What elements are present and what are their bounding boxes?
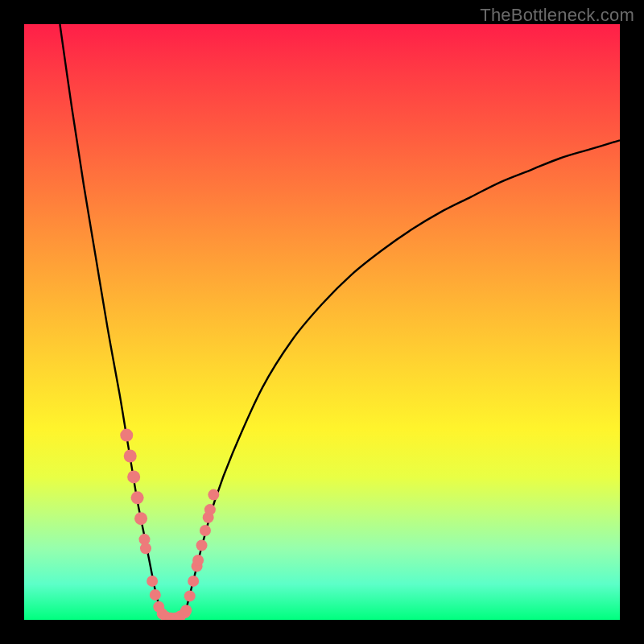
highlight-dot xyxy=(150,589,161,601)
highlight-dot xyxy=(200,525,211,536)
highlight-dot xyxy=(131,491,144,504)
highlight-dot xyxy=(180,605,192,616)
highlight-dots xyxy=(120,429,219,620)
curve-right xyxy=(185,140,620,613)
highlight-dot xyxy=(120,429,133,442)
highlight-dot xyxy=(124,450,137,463)
watermark-text: TheBottleneck.com xyxy=(480,5,634,26)
curve-left xyxy=(60,24,161,614)
highlight-dot xyxy=(127,470,140,483)
highlight-dot xyxy=(196,540,208,551)
plot-area xyxy=(24,24,620,620)
chart-svg xyxy=(24,24,620,620)
highlight-dot xyxy=(147,576,158,587)
highlight-dot xyxy=(188,576,199,587)
highlight-dot xyxy=(204,504,216,515)
highlight-dot xyxy=(192,555,204,566)
highlight-dot xyxy=(208,489,219,501)
highlight-dot xyxy=(140,543,151,554)
outer-frame: TheBottleneck.com xyxy=(0,0,644,644)
highlight-dot xyxy=(184,590,196,601)
highlight-dot xyxy=(134,512,147,525)
